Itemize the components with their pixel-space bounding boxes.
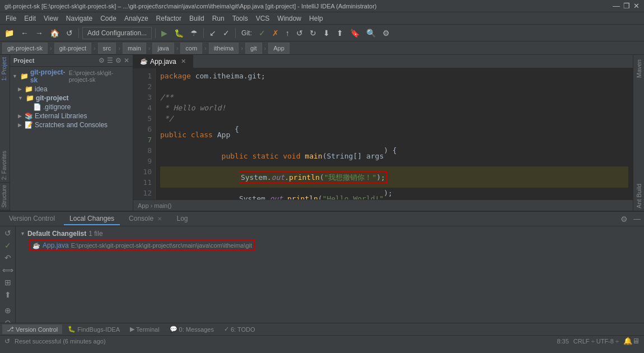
bottom-panel-tabs: Version Control Local Changes Console ✕ …	[0, 212, 644, 226]
tree-item-external-libs[interactable]: ▶ 📚 External Libraries	[10, 112, 133, 120]
maven-label[interactable]: Maven	[634, 57, 643, 80]
sync-button[interactable]: ↺	[64, 27, 75, 39]
folder-icon-git-project: 📁	[26, 94, 34, 102]
open-button[interactable]: 📁	[2, 27, 16, 39]
bottom-left-icons: ↺ ✓ ↶ ⟺ ⊞ ⬆ ⊕ ⊖	[0, 226, 16, 323]
bottom-minimize-icon[interactable]: —	[633, 215, 641, 223]
git-settings[interactable]: ⚙	[380, 27, 392, 39]
bottom-tab-console[interactable]: Console ✕	[123, 213, 167, 225]
run-button[interactable]: ▶	[159, 27, 170, 39]
menu-item-tools[interactable]: Tools	[229, 13, 251, 24]
upload-icon[interactable]: ⬆	[4, 290, 11, 299]
update-button[interactable]: ↙	[207, 27, 218, 39]
tree-arrow-root: ▼	[12, 73, 17, 79]
structure-tab-label[interactable]: Structure	[0, 183, 10, 211]
changelist-header[interactable]: ▼ Default Changelist 1 file	[16, 229, 644, 239]
menu-item-edit[interactable]: Edit	[21, 13, 39, 24]
bottom-tool-tab-0--messages[interactable]: 💬 0: Messages	[165, 324, 218, 334]
menu-item-code[interactable]: Code	[97, 13, 120, 24]
tree-item-git-project[interactable]: ▼ 📁 git-project	[10, 94, 133, 103]
nav-tab-com[interactable]: com	[180, 43, 202, 54]
git-redo[interactable]: ↻	[307, 27, 319, 39]
bottom-tab-log[interactable]: Log	[171, 213, 193, 225]
nav-tab-java[interactable]: java	[152, 43, 174, 54]
console-tab-close[interactable]: ✕	[157, 216, 162, 222]
tree-item-root[interactable]: ▼ 📁 git-project-sk E:\project-sk\git-pro…	[10, 68, 133, 85]
coverage-button[interactable]: ☂	[188, 27, 200, 39]
nav-tab-git-project-sk[interactable]: git-project-sk	[2, 43, 48, 54]
group-icon[interactable]: ⊞	[4, 278, 11, 287]
forward-button[interactable]: →	[33, 27, 45, 39]
minimize-button[interactable]: —	[613, 2, 620, 10]
git-cross[interactable]: ✗	[270, 27, 281, 39]
git-checkmark[interactable]: ✓	[256, 27, 268, 39]
nav-tab-main[interactable]: main	[123, 43, 146, 54]
debug-button[interactable]: 🐛	[172, 27, 186, 39]
menu-item-file[interactable]: File	[2, 13, 20, 24]
tree-item-gitignore[interactable]: 📄 .gitignore	[10, 103, 133, 112]
menu-item-window[interactable]: Window	[274, 13, 305, 24]
bottom-tool-tab-6--todo[interactable]: ✓ 6: TODO	[220, 324, 260, 334]
git-up[interactable]: ↑	[283, 27, 292, 39]
menu-item-run[interactable]: Run	[209, 13, 228, 24]
maximize-button[interactable]: ❐	[623, 2, 630, 10]
project-tab-label[interactable]: 1: Project	[0, 55, 10, 83]
home-button[interactable]: 🏠	[48, 27, 62, 39]
code-line-6: public class App {	[160, 124, 628, 145]
menu-item-navigate[interactable]: Navigate	[63, 13, 96, 24]
class-name: App	[217, 129, 230, 140]
bottom-tool-tab-version-control[interactable]: ⎇ Version Control	[2, 324, 62, 334]
commit-button[interactable]: ✓	[221, 27, 232, 39]
nav-tab-git-project[interactable]: git-project	[54, 43, 91, 54]
sidebar-settings-icon[interactable]: ⚙	[99, 57, 105, 64]
tree-item-scratches[interactable]: ▶ 📝 Scratches and Consoles	[10, 120, 133, 129]
git-search[interactable]: 🔍	[364, 27, 378, 39]
nav-tab-src[interactable]: src	[98, 43, 116, 54]
menu-item-help[interactable]: Help	[306, 13, 326, 24]
git-refresh[interactable]: ↺	[294, 27, 305, 39]
expand-icon[interactable]: ⊕	[4, 306, 11, 315]
diff-icon[interactable]: ⟺	[2, 266, 13, 275]
sidebar-layout-icon[interactable]: ☰	[107, 57, 113, 64]
tree-item-idea[interactable]: ▶ 📁 idea	[10, 85, 133, 94]
menu-item-build[interactable]: Build	[186, 13, 208, 24]
bottom-tab-local-changes[interactable]: Local Changes	[64, 213, 120, 225]
changelist-file-item[interactable]: ☕ App.java E:\project-sk\git-project-sk\…	[16, 239, 644, 252]
sidebar-gear-icon[interactable]: ⚙	[115, 57, 122, 64]
menu-item-view[interactable]: View	[40, 13, 62, 24]
refresh-icon[interactable]: ↺	[4, 229, 11, 238]
ant-build-label[interactable]: Ant Build	[634, 182, 643, 211]
git-push[interactable]: ⬆	[334, 27, 346, 39]
line-num-10: 10	[137, 166, 152, 177]
nav-tab-itheima[interactable]: itheima	[209, 43, 239, 54]
editor-tab-label: App.java	[150, 58, 176, 66]
git-bookmark[interactable]: 🔖	[348, 27, 362, 39]
collapse-icon[interactable]: ⊖	[4, 318, 11, 323]
bottom-settings-icon[interactable]: ⚙	[620, 215, 628, 224]
editor-area: ☕ App.java ✕ 1 2 3 4 5 6 7 8 9 10 11 12	[133, 55, 633, 211]
editor-tab-app-java[interactable]: ☕ App.java ✕	[133, 55, 193, 68]
menu-item-analyze[interactable]: Analyze	[121, 13, 152, 24]
nav-tab-git[interactable]: git	[245, 43, 262, 54]
string-chinese: "我想撤销你！"	[324, 173, 377, 182]
back-button[interactable]: ←	[18, 27, 31, 39]
nav-tab-app[interactable]: App	[268, 43, 290, 54]
add-configuration-button[interactable]: Add Configuration...	[82, 27, 152, 39]
favorites-tab-label[interactable]: 2: Favorites	[0, 148, 10, 183]
menu-item-vcs[interactable]: VCS	[253, 13, 273, 24]
revert-icon[interactable]: ↶	[4, 253, 11, 262]
bottom-tab-version-control[interactable]: Version Control	[3, 213, 60, 225]
line-num-7: 7	[137, 134, 152, 145]
tree-label-root: git-project-sk	[30, 68, 67, 84]
sidebar-hide-icon[interactable]: ✕	[124, 57, 129, 64]
comment-start: /**	[160, 92, 173, 103]
code-editor[interactable]: package com.itheima.git; /** * Hello wor…	[156, 68, 633, 199]
close-button[interactable]: ✕	[633, 2, 640, 10]
editor-tab-close[interactable]: ✕	[181, 58, 186, 65]
menu-item-refactor[interactable]: Refactor	[153, 13, 185, 24]
right-sidebar: Maven Ant Build	[633, 55, 644, 211]
git-down[interactable]: ⬇	[321, 27, 332, 39]
bottom-tool-tab-terminal[interactable]: ▶ Terminal	[125, 324, 164, 334]
bottom-tool-tab-findbugs-idea[interactable]: 🐛 FindBugs-IDEA	[63, 324, 124, 334]
check-icon[interactable]: ✓	[4, 241, 11, 250]
